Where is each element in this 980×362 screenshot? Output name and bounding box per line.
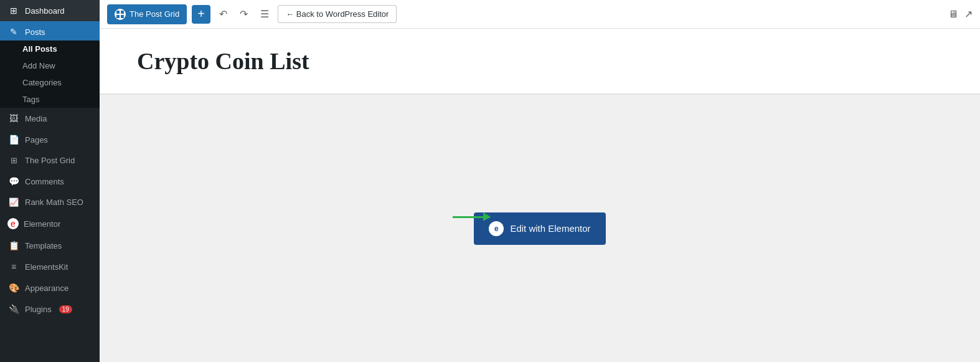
sidebar-item-the-post-grid[interactable]: ⊞ The Post Grid [0,150,100,171]
sidebar-item-appearance[interactable]: 🎨 Appearance [0,277,100,298]
redo-icon: ↷ [240,9,248,19]
desktop-view-button[interactable]: 🖥 [948,9,958,20]
toolbar: The Post Grid + ↶ ↷ ☰ ← Back to WordPres… [100,0,980,29]
sidebar-item-label: Templates [25,241,62,250]
elementor-icon: e [7,218,19,229]
submenu-categories[interactable]: Categories [0,74,100,91]
sidebar-item-label: Appearance [25,283,68,293]
sidebar-item-label: ElementsKit [25,262,68,272]
svg-rect-2 [116,15,120,18]
the-post-grid-brand-button[interactable]: The Post Grid [107,4,187,24]
editor-area[interactable]: e Edit with Elementor [100,95,980,362]
the-post-grid-icon: ⊞ [7,156,20,165]
templates-icon: 📋 [7,241,20,250]
submenu-tags[interactable]: Tags [0,91,100,108]
sidebar-item-label: Elementor [24,219,60,229]
posts-icon: ✎ [7,27,20,37]
external-link-icon: ↗ [964,9,973,19]
posts-submenu: All Posts Add New Categories Tags [0,40,100,108]
external-link-button[interactable]: ↗ [964,8,973,20]
sidebar-item-label: Comments [25,177,64,186]
svg-rect-0 [116,11,120,14]
sidebar-item-media[interactable]: 🖼 Media [0,108,100,129]
sidebar-item-dashboard[interactable]: ⊞ Dashboard [0,0,100,21]
elementor-e-letter: e [494,224,499,233]
desktop-icon: 🖥 [948,9,958,19]
pages-icon: 📄 [7,135,20,145]
sidebar-item-posts[interactable]: ✎ Posts [0,21,100,40]
post-title: Crypto Coin List [137,47,943,75]
sidebar-item-label: The Post Grid [25,156,75,165]
sidebar-item-label: Pages [25,135,48,145]
back-to-wordpress-button[interactable]: ← Back to WordPress Editor [278,5,397,23]
sidebar-item-elementskit[interactable]: ≡ ElementsKit [0,256,100,277]
toolbar-right-icons: 🖥 ↗ [948,8,973,20]
edit-with-elementor-button[interactable]: e Edit with Elementor [474,212,605,245]
main-area: The Post Grid + ↶ ↷ ☰ ← Back to WordPres… [100,0,980,362]
brand-label: The Post Grid [130,9,179,19]
elementor-circle-icon: e [489,221,504,236]
add-block-button[interactable]: + [192,5,210,24]
sidebar-item-plugins[interactable]: 🔌 Plugins 19 [0,298,100,320]
brand-logo-icon [116,11,124,18]
dashboard-icon: ⊞ [7,6,20,16]
list-icon: ☰ [260,9,269,19]
media-icon: 🖼 [7,113,20,123]
redo-button[interactable]: ↷ [236,6,252,22]
elementskit-icon: ≡ [7,262,20,272]
comments-icon: 💬 [7,176,20,186]
back-label: ← Back to WordPress Editor [286,9,389,19]
sidebar-item-label: Rank Math SEO [25,198,83,207]
undo-icon: ↶ [219,9,227,19]
sidebar-item-label: Media [25,114,47,123]
arrow-line [453,216,490,218]
arrow-pointer [453,216,490,218]
sidebar-item-rank-math-seo[interactable]: 📈 Rank Math SEO [0,192,100,212]
svg-rect-1 [121,11,124,14]
sidebar-item-comments[interactable]: 💬 Comments [0,171,100,192]
post-title-area: Crypto Coin List [100,29,980,94]
sidebar: ⊞ Dashboard ✎ Posts All Posts Add New Ca… [0,0,100,362]
appearance-icon: 🎨 [7,283,20,293]
sidebar-item-templates[interactable]: 📋 Templates [0,235,100,256]
list-view-button[interactable]: ☰ [257,6,273,22]
sidebar-item-label: Dashboard [25,6,65,16]
content-area: Crypto Coin List e Edit with Elementor [100,29,980,362]
sidebar-item-elementor[interactable]: e Elementor [0,212,100,235]
rank-math-icon: 📈 [7,198,20,207]
submenu-add-new[interactable]: Add New [0,57,100,74]
undo-button[interactable]: ↶ [215,6,231,22]
submenu-all-posts[interactable]: All Posts [0,40,100,57]
sidebar-item-label: Plugins [25,305,52,314]
plugins-badge: 19 [59,305,72,313]
sidebar-item-pages[interactable]: 📄 Pages [0,129,100,150]
edit-elementor-label: Edit with Elementor [510,223,590,234]
brand-icon [115,9,126,20]
plugins-icon: 🔌 [7,304,20,314]
add-icon: + [197,7,205,21]
svg-rect-3 [121,15,124,18]
sidebar-item-label: Posts [25,27,45,37]
